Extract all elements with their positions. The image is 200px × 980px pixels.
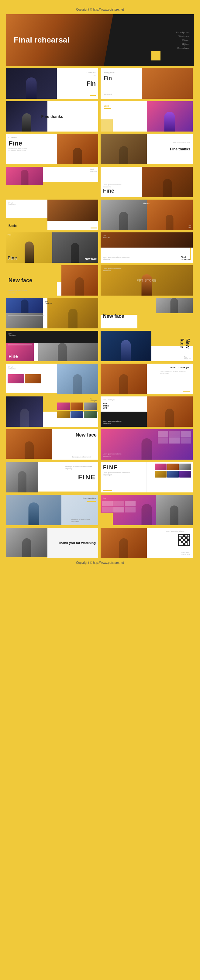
slide-10a: FineThank you Fine [6, 331, 98, 361]
slide-13a: New face Lorem ipsum dolor sit amet [6, 429, 98, 460]
slide-12b: Fine... Thank you Finethankyou Lorem ips… [101, 396, 193, 427]
slide-9a: FineThank you [6, 298, 98, 328]
slide-11b: Fine... Thank you Lorem ipsum dolor sit … [101, 364, 193, 394]
slide-row-11: Finalrehearsal Fine... Thank you Lorem i… [6, 364, 194, 394]
hero-title: Final rehearsal [14, 35, 70, 45]
slide-14b: FINE Lorem ipsum dolor sit amet consecte… [101, 462, 193, 492]
slide-row-9: FineThank you New face [6, 298, 194, 328]
slide-7a: Fine Fine New face [6, 232, 98, 263]
slide-row-16: Thank you for watching Lorem ipsum dolor… [6, 528, 194, 558]
slides-container: Final rehearsal 01/background 02/stateme… [0, 13, 200, 559]
slide-row-14: FINE Lorem ipsum dolor sit amet consecte… [6, 462, 194, 492]
slide-13b: Lorem ipsum dolor sit amet consectetur [101, 429, 193, 460]
copyright-top: Copyright © http://www.pptstore.net [0, 6, 200, 13]
hero-yellow-rect [151, 51, 160, 60]
slide-10b: New face FineThank you [101, 331, 193, 361]
slide-row-7: Fine Fine New face FineThank you Finalre… [6, 232, 194, 263]
slide-2b: Background Fin statement [101, 68, 193, 99]
slide-12a: FineThank you [6, 396, 98, 427]
slide-row-10: FineThank you Fine New face FineThank yo… [6, 331, 194, 361]
slide-15a: Fine... Watching Lorem ipsum dolor sit a… [6, 495, 98, 525]
slide-7b: FineThank you Finalrehearsal Lorem ipsum… [101, 232, 193, 263]
slide-3a: Fine thanks [6, 101, 98, 132]
slide-8a: New face Lorem ipsum dolor sit amet cons… [6, 265, 98, 296]
slide-row-5: New face Finalrehearsal Fine Lorem ipsum… [6, 167, 194, 197]
slide-11a: Finalrehearsal [6, 364, 98, 394]
slide-2a: Contents 01 Fin [6, 68, 98, 99]
slide-16b: Lorem ipsum dolor sit amet Lorem ipsumdo… [101, 528, 193, 558]
slide-1: Final rehearsal 01/background 02/stateme… [6, 14, 194, 66]
slide-5a: New face Finalrehearsal [6, 167, 98, 197]
slide-14a: FINE Lorem ipsum dolor sit amet consecte… [6, 462, 98, 492]
slide-row-3: Fine thanks Basic [6, 101, 194, 132]
slide-4a: Contents Fine Lorem ipsum dolor sit amet… [6, 134, 98, 164]
copyright-bottom: Copyright © http://www.pptstore.net [0, 559, 200, 566]
slide-4b: Fine thanks Lorem ipsum dolor sit amet [101, 134, 193, 164]
slide-3b: Basic [101, 101, 193, 132]
slide-16a: Thank you for watching [6, 528, 98, 558]
slide-row-2: Contents 01 Fin Background Fin statement [6, 68, 194, 99]
hero-sidebar: 01/background 02/statement 03/cover 04/p… [176, 30, 189, 50]
slide-row-8: New face Lorem ipsum dolor sit amet cons… [6, 265, 194, 296]
slide-6b: Basic FinalEnd [101, 200, 193, 230]
slide-9b: New face [101, 298, 193, 328]
slide-row-15: Fine... Watching Lorem ipsum dolor sit a… [6, 495, 194, 525]
slide-row-12: FineThank you Fine... Thank you Finethan… [6, 396, 194, 427]
slide-15b: Fine [101, 495, 193, 525]
slide-row-6: Finalrehearsal Basic Basic FinalEnd [6, 200, 194, 230]
slide-5b: Fine Lorem ipsum dolor sit amet consecte… [101, 167, 193, 197]
slide-6a: Finalrehearsal Basic [6, 200, 98, 230]
slide-row-4: Contents Fine Lorem ipsum dolor sit amet… [6, 134, 194, 164]
slide-row-13: New face Lorem ipsum dolor sit amet Lore… [6, 429, 194, 460]
slide-8b: PPT STORE Lorem ipsum dolor sit amet con… [101, 265, 193, 296]
